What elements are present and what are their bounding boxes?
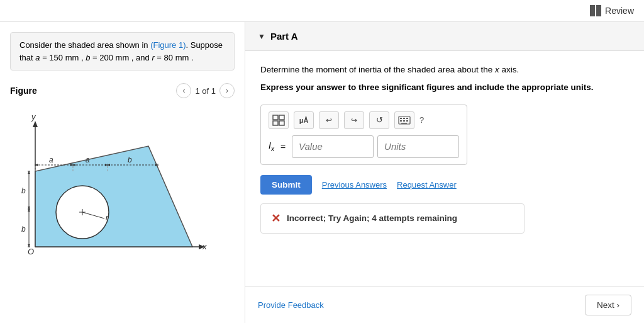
svg-text:b: b [128, 156, 132, 164]
footer-row: Provide Feedback Next › [245, 286, 644, 323]
keyboard-button[interactable] [394, 111, 414, 129]
nav-prev-button[interactable]: ‹ [176, 83, 191, 98]
eq3: = 80 [155, 53, 173, 62]
problem-text-2: . Suppose [186, 40, 223, 50]
input-row: Ix = [269, 135, 459, 158]
math-a: a [35, 53, 40, 62]
eq2: = 200 [90, 53, 113, 62]
svg-rect-1 [596, 5, 601, 16]
svg-rect-49 [273, 121, 278, 125]
error-icon: ✕ [271, 212, 280, 225]
review-button[interactable]: Review [590, 5, 634, 16]
mu-button[interactable]: μÅ [294, 111, 314, 129]
eq1: = 150 [40, 53, 64, 62]
unit3: mm [175, 53, 189, 62]
svg-rect-50 [279, 121, 284, 125]
left-panel: Consider the shaded area shown in (Figur… [0, 22, 245, 323]
svg-marker-5 [33, 121, 38, 127]
nav-next-button[interactable]: › [219, 83, 235, 98]
question-text: Determine the moment of inertia of the s… [260, 64, 629, 76]
next-button[interactable]: Next › [585, 295, 631, 315]
unit2: mm [116, 53, 130, 62]
error-box: ✕ Incorrect; Try Again; 4 attempts remai… [260, 203, 525, 234]
matrix-button[interactable] [269, 111, 289, 129]
part-a-header: ▼ Part A [245, 22, 644, 51]
svg-text:b: b [21, 186, 26, 195]
unit1: mm [65, 53, 79, 62]
refresh-button[interactable]: ↺ [369, 111, 389, 129]
part-a-title: Part A [270, 31, 298, 42]
previous-answers-button[interactable]: Previous Answers [322, 180, 387, 190]
undo-button[interactable]: ↩ [319, 111, 339, 129]
request-answer-button[interactable]: Request Answer [397, 180, 457, 190]
figure-label: Figure [10, 86, 37, 96]
svg-text:y: y [31, 112, 36, 122]
mu-icon: μÅ [299, 116, 309, 124]
matrix-icon [272, 115, 285, 126]
comma1: , [79, 53, 83, 62]
problem-statement: Consider the shaded area shown in (Figur… [10, 32, 235, 71]
value-input[interactable] [292, 135, 374, 158]
undo-icon: ↩ [326, 116, 332, 125]
provide-feedback-link[interactable]: Provide Feedback [258, 300, 324, 310]
part-a-toggle[interactable]: ▼ [258, 32, 265, 41]
top-bar: Review [0, 0, 644, 22]
action-row: Submit Previous Answers Request Answer [260, 175, 629, 195]
svg-rect-52 [400, 118, 402, 119]
nav-prev-icon: ‹ [182, 86, 185, 95]
svg-rect-47 [273, 115, 278, 120]
svg-rect-55 [400, 120, 402, 122]
main-content: Consider the shaded area shown in (Figur… [0, 22, 644, 323]
svg-text:O: O [28, 247, 34, 256]
svg-rect-48 [279, 115, 284, 120]
svg-marker-30 [28, 171, 30, 174]
error-message: Incorrect; Try Again; 4 attempts remaini… [287, 213, 457, 223]
svg-marker-9 [35, 146, 192, 247]
x-axis-label: x [495, 65, 499, 74]
problem-line2: that [19, 53, 35, 62]
right-panel: ▼ Part A Determine the moment of inertia… [245, 22, 644, 323]
problem-text-1: Consider the shaded area shown in [19, 40, 150, 50]
svg-marker-31 [28, 207, 30, 209]
nav-next-icon: › [226, 86, 228, 95]
svg-rect-0 [590, 5, 595, 16]
question-text-end: axis. [499, 65, 519, 74]
figure-header: Figure ‹ 1 of 1 › [10, 83, 235, 98]
question-text-start: Determine the moment of inertia of the s… [260, 65, 495, 74]
period: . [189, 53, 193, 62]
keyboard-icon [398, 116, 411, 125]
svg-rect-57 [406, 120, 408, 122]
svg-rect-56 [403, 120, 405, 122]
answer-instruction: Express your answer to three significant… [260, 81, 629, 94]
svg-rect-53 [403, 118, 405, 119]
input-label: Ix [269, 140, 274, 152]
toolbar: μÅ ↩ ↪ ↺ [269, 111, 459, 129]
equals-sign: = [280, 142, 286, 152]
figure-link[interactable]: (Figure 1) [150, 40, 186, 50]
comma2: , and [129, 53, 150, 62]
svg-text:x: x [202, 242, 207, 251]
figure-diagram: x y O a [10, 108, 211, 272]
svg-marker-36 [28, 209, 30, 212]
help-button[interactable]: ? [419, 115, 424, 125]
page-indicator: 1 of 1 [195, 86, 216, 96]
svg-text:a: a [86, 156, 90, 164]
review-icon [590, 5, 601, 16]
submit-button[interactable]: Submit [260, 175, 312, 195]
svg-rect-58 [401, 123, 407, 124]
figure-nav: ‹ 1 of 1 › [176, 83, 235, 98]
redo-icon: ↪ [351, 116, 357, 125]
redo-button[interactable]: ↪ [344, 111, 364, 129]
review-label: Review [605, 6, 634, 16]
figure-area: x y O a [10, 108, 235, 313]
answer-box: μÅ ↩ ↪ ↺ [260, 105, 467, 165]
units-input[interactable] [377, 135, 459, 158]
svg-text:b: b [21, 225, 26, 234]
svg-rect-54 [406, 118, 408, 119]
refresh-icon: ↺ [376, 115, 383, 125]
question-content: Determine the moment of inertia of the s… [245, 51, 644, 286]
svg-text:a: a [49, 156, 53, 164]
